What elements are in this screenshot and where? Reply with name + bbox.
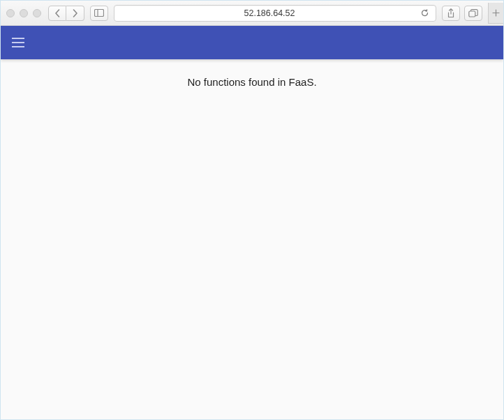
chevron-right-icon [72, 9, 78, 17]
navigation-buttons [48, 6, 84, 21]
reload-button[interactable] [419, 8, 430, 19]
minimize-window-button[interactable] [20, 9, 28, 17]
hamburger-icon [12, 38, 24, 47]
plus-icon [492, 9, 500, 17]
svg-rect-0 [95, 10, 104, 17]
right-toolbar-controls [442, 3, 498, 24]
app-content: No functions found in FaaS. [1, 59, 503, 419]
svg-rect-2 [469, 11, 475, 17]
app-header [1, 26, 503, 59]
empty-state-message: No functions found in FaaS. [187, 76, 316, 419]
tabs-button[interactable] [464, 6, 482, 21]
share-button[interactable] [442, 6, 460, 21]
sidebar-toggle-button[interactable] [90, 6, 108, 21]
sidebar-icon [94, 9, 104, 17]
new-tab-button[interactable] [488, 3, 503, 24]
app-viewport: No functions found in FaaS. [1, 26, 503, 419]
menu-button[interactable] [10, 35, 26, 50]
back-button[interactable] [48, 6, 66, 21]
forward-button[interactable] [66, 6, 84, 21]
window-controls [6, 9, 41, 17]
tabs-icon [468, 9, 478, 17]
chevron-left-icon [54, 9, 61, 17]
maximize-window-button[interactable] [33, 9, 41, 17]
close-window-button[interactable] [6, 9, 15, 17]
reload-icon [420, 8, 429, 17]
address-bar[interactable]: 52.186.64.52 [114, 5, 436, 22]
address-text: 52.186.64.52 [120, 8, 419, 18]
share-icon [447, 8, 455, 18]
browser-toolbar: 52.186.64.52 [1, 1, 503, 26]
